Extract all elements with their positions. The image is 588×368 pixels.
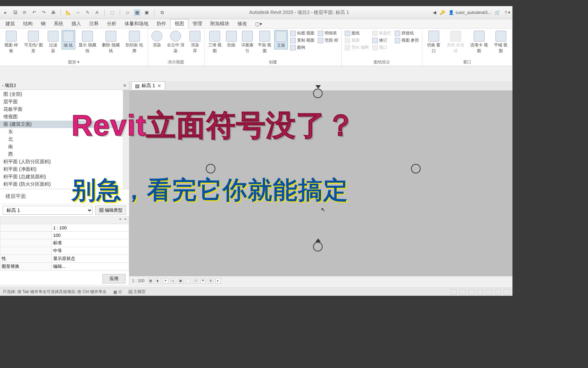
- apply-button[interactable]: 应用: [102, 274, 126, 283]
- menu-addins[interactable]: 附加模块: [206, 19, 233, 28]
- menu-analyze[interactable]: 分析: [103, 19, 120, 28]
- elevation-marker-north[interactable]: [313, 89, 323, 98]
- elevation-marker-south[interactable]: [313, 242, 323, 251]
- menu-insert[interactable]: 插入: [67, 19, 85, 28]
- print-icon[interactable]: 🖶: [50, 9, 56, 16]
- schedule-button[interactable]: 明细表: [317, 30, 339, 36]
- properties-grid[interactable]: ⌃ ⌃1 : 100100标准中等性显示原状态图形替换编辑...: [0, 216, 129, 273]
- section-icon[interactable]: ◇: [124, 9, 131, 16]
- menu-systems[interactable]: 系统: [50, 19, 67, 28]
- nav-left-icon[interactable]: ◀: [433, 10, 436, 15]
- tree-item[interactable]: 积平面 (总建筑面积): [0, 173, 129, 181]
- sb-icon-5[interactable]: [486, 289, 492, 295]
- elevation-button[interactable]: 立面: [274, 30, 288, 49]
- sheet-button[interactable]: 图纸: [344, 30, 370, 36]
- project-browser-tree[interactable]: 图 (全部)层平面花板平面维视图面 (建筑立面)东北南西积平面 (人防分区面积)…: [0, 90, 129, 189]
- view-tab[interactable]: ▤ 标高 1 ✕: [131, 81, 165, 90]
- switch-icon[interactable]: ⧉: [159, 9, 165, 16]
- revision-button[interactable]: 修订: [371, 37, 392, 44]
- vc-detail-icon[interactable]: ▦: [148, 278, 153, 283]
- prop-value[interactable]: 中等: [52, 247, 129, 255]
- tree-item[interactable]: 东: [0, 128, 129, 136]
- view-reference-button[interactable]: 视图 参照: [394, 37, 420, 44]
- tree-item[interactable]: 维视图: [0, 113, 129, 121]
- undo-icon[interactable]: ↶: [31, 9, 37, 16]
- save-icon[interactable]: 🖫: [12, 9, 18, 16]
- vc-temp-icon[interactable]: ⊞: [208, 278, 213, 283]
- close-tab-icon[interactable]: ✕: [157, 83, 161, 89]
- thin-lines-button[interactable]: 细 线: [62, 30, 75, 49]
- tree-item[interactable]: 图 (全部): [0, 91, 129, 98]
- menu-massing[interactable]: 体量和场地: [120, 19, 152, 28]
- elevation-marker-west[interactable]: [206, 164, 215, 173]
- status-design-options[interactable]: ▦ 主模型: [128, 289, 146, 295]
- prop-value[interactable]: 100: [52, 232, 129, 239]
- type-selector[interactable]: 标高 1: [3, 206, 93, 215]
- menu-modify[interactable]: 修改: [233, 19, 251, 28]
- thinline-icon[interactable]: ▦: [134, 9, 141, 16]
- duplicate-view-button[interactable]: 复制 视图: [289, 37, 315, 44]
- close-hidden-icon[interactable]: ▣: [143, 9, 150, 16]
- text-icon[interactable]: A: [94, 9, 100, 16]
- scale-display[interactable]: 1 : 100: [132, 278, 145, 283]
- menu-steel[interactable]: 钢: [37, 19, 50, 28]
- tab-views-button[interactable]: 选项卡 视图: [468, 30, 490, 55]
- revit-menu-icon[interactable]: ▸: [2, 9, 9, 16]
- callout-button[interactable]: 详图索引: [240, 30, 255, 55]
- prop-value[interactable]: 编辑...: [52, 263, 129, 271]
- section-button[interactable]: 剖面: [225, 30, 238, 49]
- redo-icon[interactable]: ↷: [40, 9, 47, 16]
- sb-icon-2[interactable]: [459, 289, 466, 295]
- tree-item[interactable]: 积平面 (防火分区面积): [0, 181, 129, 188]
- menu-manage[interactable]: 管理: [189, 19, 206, 28]
- sb-icon-3[interactable]: [468, 289, 474, 295]
- scope-box-button[interactable]: 范围 框: [317, 37, 339, 44]
- menu-structure[interactable]: 结构: [19, 19, 37, 28]
- cart-icon[interactable]: 🛒: [495, 10, 500, 15]
- prop-value[interactable]: 显示原状态: [52, 255, 129, 263]
- dim-icon[interactable]: ↔: [75, 9, 81, 16]
- help-icon[interactable]: ？▾: [504, 10, 510, 16]
- menu-collaborate[interactable]: 协作: [152, 19, 170, 28]
- plan-view-button[interactable]: 平面 视图: [256, 30, 273, 55]
- view-template-button[interactable]: 视图 样板: [2, 30, 20, 55]
- tree-item[interactable]: 西: [0, 151, 129, 158]
- sb-icon-6[interactable]: [495, 289, 501, 295]
- tree-item[interactable]: 北: [0, 136, 129, 143]
- legend-button[interactable]: 图例: [289, 44, 315, 51]
- vc-unhide-icon[interactable]: 👁: [200, 278, 206, 283]
- tree-item[interactable]: 积平面 (人防分区面积): [0, 158, 129, 166]
- tile-views-button[interactable]: 平铺 视图: [492, 30, 510, 55]
- drawing-canvas[interactable]: ↖: [129, 91, 512, 276]
- 3d-view-button[interactable]: 三维 视图: [207, 30, 223, 55]
- vc-shadow-icon[interactable]: ◎: [170, 278, 176, 283]
- sb-icon-1[interactable]: [451, 289, 457, 295]
- sb-icon-4[interactable]: [477, 289, 483, 295]
- remove-hidden-button[interactable]: 删除 隐藏线: [100, 30, 122, 55]
- prop-value[interactable]: 1 : 100: [52, 224, 129, 232]
- menu-view[interactable]: 视图: [170, 19, 189, 28]
- tree-item[interactable]: 层平面: [0, 98, 129, 106]
- vc-sun-icon[interactable]: ☀: [163, 278, 168, 283]
- render-gallery-button[interactable]: 渲染 库: [188, 30, 202, 55]
- visibility-button[interactable]: 可见性/ 图形: [22, 30, 45, 55]
- render-button[interactable]: 渲染: [150, 30, 164, 49]
- vc-analytic-icon[interactable]: ▸: [215, 278, 221, 283]
- tree-item[interactable]: 面 (建筑立面): [0, 121, 129, 128]
- show-hidden-button[interactable]: 显示 隐藏线: [77, 30, 99, 55]
- tree-item[interactable]: 花板平面: [0, 106, 129, 113]
- tag-icon[interactable]: ✎: [84, 9, 91, 16]
- menu-dropdown-icon[interactable]: ▢▾: [251, 20, 266, 28]
- prop-value[interactable]: 标准: [52, 239, 129, 247]
- elevation-marker-east[interactable]: [411, 164, 421, 173]
- measure-icon[interactable]: 📐: [65, 9, 72, 16]
- cut-profile-button[interactable]: 剖切面 轮廓: [124, 30, 146, 55]
- menu-annotate[interactable]: 注释: [85, 19, 103, 28]
- scrollbar[interactable]: [123, 90, 129, 189]
- tree-item[interactable]: 南: [0, 143, 129, 151]
- 3d-icon[interactable]: ⬚: [109, 9, 116, 16]
- filters-button[interactable]: 过滤器: [46, 30, 60, 55]
- switch-windows-button[interactable]: 切换 窗口: [424, 30, 443, 55]
- edit-type-button[interactable]: ▦ 编辑类型: [95, 205, 126, 215]
- vc-crop-icon[interactable]: ⬚: [185, 278, 191, 283]
